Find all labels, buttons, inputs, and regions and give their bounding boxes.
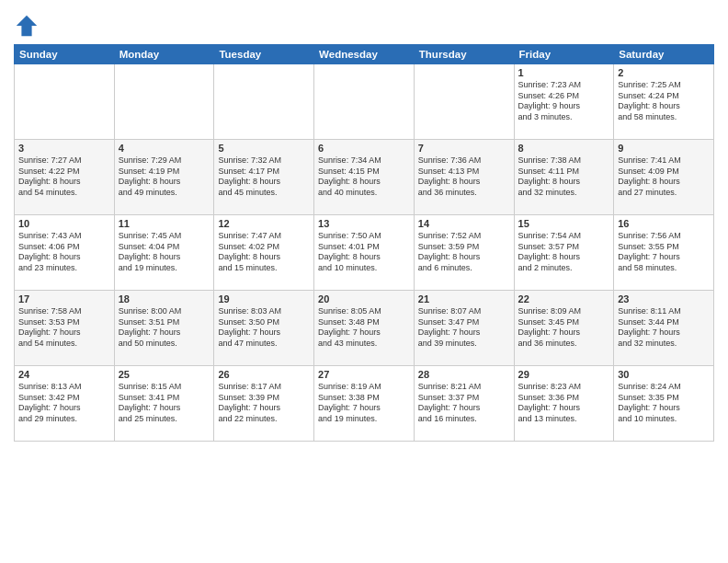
calendar-cell: 27Sunrise: 8:19 AMSunset: 3:38 PMDayligh… <box>314 366 415 442</box>
week-row-3: 10Sunrise: 7:43 AMSunset: 4:06 PMDayligh… <box>15 215 714 291</box>
day-info: Sunset: 3:35 PM <box>618 393 710 404</box>
day-info: Sunrise: 7:34 AM <box>318 155 410 167</box>
day-info: Sunset: 3:47 PM <box>418 317 510 328</box>
day-number: 25 <box>119 369 210 380</box>
day-number: 22 <box>518 293 610 304</box>
calendar-cell: 28Sunrise: 8:21 AMSunset: 3:37 PMDayligh… <box>414 366 514 442</box>
day-info: Sunrise: 7:45 AM <box>119 231 210 242</box>
calendar-cell <box>114 64 214 140</box>
day-info: and 15 minutes. <box>218 263 310 274</box>
day-number: 3 <box>18 143 110 154</box>
day-number: 7 <box>418 143 510 154</box>
day-info: Sunrise: 8:24 AM <box>618 382 710 393</box>
day-header-thursday: Thursday <box>414 45 514 64</box>
day-info: Sunset: 4:11 PM <box>518 167 610 178</box>
day-number: 28 <box>418 369 510 380</box>
day-info: Daylight: 8 hours <box>418 252 510 263</box>
day-info: Sunrise: 7:58 AM <box>18 306 110 317</box>
week-row-4: 17Sunrise: 7:58 AMSunset: 3:53 PMDayligh… <box>15 291 714 366</box>
calendar-cell: 16Sunrise: 7:56 AMSunset: 3:55 PMDayligh… <box>614 215 714 291</box>
calendar-cell: 17Sunrise: 7:58 AMSunset: 3:53 PMDayligh… <box>15 291 115 366</box>
day-info: Sunset: 4:04 PM <box>119 242 210 253</box>
day-info: Daylight: 8 hours <box>119 252 210 263</box>
day-number: 14 <box>418 218 510 229</box>
day-info: Sunset: 4:13 PM <box>418 167 510 178</box>
day-info: Daylight: 7 hours <box>618 327 710 339</box>
day-number: 9 <box>618 143 710 154</box>
day-info: Sunrise: 7:47 AM <box>218 231 310 242</box>
day-header-sunday: Sunday <box>15 45 115 64</box>
day-info: and 10 minutes. <box>318 263 410 274</box>
day-info: Daylight: 9 hours <box>518 101 610 112</box>
day-info: and 13 minutes. <box>518 414 610 425</box>
day-info: Sunset: 3:48 PM <box>318 317 410 328</box>
day-info: Sunrise: 7:29 AM <box>119 155 210 167</box>
day-info: Daylight: 7 hours <box>618 252 710 263</box>
day-info: Sunset: 3:53 PM <box>18 317 110 328</box>
day-info: and 3 minutes. <box>518 112 610 123</box>
day-info: and 29 minutes. <box>18 414 110 425</box>
day-info: Sunrise: 7:36 AM <box>418 155 510 167</box>
day-info: Sunrise: 8:00 AM <box>119 306 210 317</box>
day-info: Daylight: 7 hours <box>18 327 110 339</box>
day-info: Sunrise: 8:09 AM <box>518 306 610 317</box>
calendar-cell: 5Sunrise: 7:32 AMSunset: 4:17 PMDaylight… <box>214 140 314 215</box>
day-info: Sunrise: 7:38 AM <box>518 155 610 167</box>
day-info: Daylight: 7 hours <box>119 327 210 339</box>
day-info: Sunrise: 8:21 AM <box>418 382 510 393</box>
day-info: Daylight: 7 hours <box>618 403 710 414</box>
day-info: Sunrise: 8:11 AM <box>618 306 710 317</box>
day-info: Sunset: 3:50 PM <box>218 317 310 328</box>
day-number: 24 <box>18 369 110 380</box>
calendar-cell: 3Sunrise: 7:27 AMSunset: 4:22 PMDaylight… <box>15 140 115 215</box>
day-info: Sunrise: 7:56 AM <box>618 231 710 242</box>
day-info: and 36 minutes. <box>418 188 510 199</box>
day-info: Sunset: 3:57 PM <box>518 242 610 253</box>
day-info: Sunset: 3:51 PM <box>119 317 210 328</box>
week-row-5: 24Sunrise: 8:13 AMSunset: 3:42 PMDayligh… <box>15 366 714 442</box>
day-info: Daylight: 8 hours <box>618 101 710 112</box>
day-info: and 27 minutes. <box>618 188 710 199</box>
day-info: Sunset: 3:38 PM <box>318 393 410 404</box>
calendar-cell: 24Sunrise: 8:13 AMSunset: 3:42 PMDayligh… <box>15 366 115 442</box>
day-info: Sunset: 3:37 PM <box>418 393 510 404</box>
calendar-cell: 7Sunrise: 7:36 AMSunset: 4:13 PMDaylight… <box>414 140 514 215</box>
day-info: Daylight: 7 hours <box>18 403 110 414</box>
calendar-cell: 13Sunrise: 7:50 AMSunset: 4:01 PMDayligh… <box>314 215 415 291</box>
day-info: and 19 minutes. <box>119 263 210 274</box>
day-number: 20 <box>318 293 410 304</box>
header <box>14 9 714 39</box>
day-info: Sunset: 3:36 PM <box>518 393 610 404</box>
day-info: and 39 minutes. <box>418 339 510 350</box>
day-number: 10 <box>18 218 110 229</box>
day-number: 13 <box>318 218 410 229</box>
calendar-cell: 4Sunrise: 7:29 AMSunset: 4:19 PMDaylight… <box>114 140 214 215</box>
day-info: and 43 minutes. <box>318 339 410 350</box>
day-info: and 50 minutes. <box>119 339 210 350</box>
day-header-friday: Friday <box>514 45 614 64</box>
day-info: Sunset: 4:17 PM <box>218 167 310 178</box>
calendar-cell <box>15 64 115 140</box>
day-info: and 47 minutes. <box>218 339 310 350</box>
day-info: Daylight: 7 hours <box>418 403 510 414</box>
calendar-cell: 6Sunrise: 7:34 AMSunset: 4:15 PMDaylight… <box>314 140 415 215</box>
day-info: Sunrise: 8:13 AM <box>18 382 110 393</box>
day-info: Daylight: 7 hours <box>318 327 410 339</box>
day-number: 11 <box>119 218 210 229</box>
page: SundayMondayTuesdayWednesdayThursdayFrid… <box>0 0 728 563</box>
day-info: Daylight: 7 hours <box>318 403 410 414</box>
calendar-cell <box>414 64 514 140</box>
logo-icon <box>14 13 40 39</box>
day-info: and 58 minutes. <box>618 112 710 123</box>
calendar-cell: 23Sunrise: 8:11 AMSunset: 3:44 PMDayligh… <box>614 291 714 366</box>
calendar-cell <box>214 64 314 140</box>
calendar-cell: 21Sunrise: 8:07 AMSunset: 3:47 PMDayligh… <box>414 291 514 366</box>
day-number: 19 <box>218 293 310 304</box>
day-number: 21 <box>418 293 510 304</box>
calendar-cell: 14Sunrise: 7:52 AMSunset: 3:59 PMDayligh… <box>414 215 514 291</box>
calendar-header: SundayMondayTuesdayWednesdayThursdayFrid… <box>15 45 714 64</box>
calendar: SundayMondayTuesdayWednesdayThursdayFrid… <box>14 44 714 442</box>
day-info: and 22 minutes. <box>218 414 310 425</box>
calendar-cell: 18Sunrise: 8:00 AMSunset: 3:51 PMDayligh… <box>114 291 214 366</box>
day-number: 1 <box>518 67 610 78</box>
